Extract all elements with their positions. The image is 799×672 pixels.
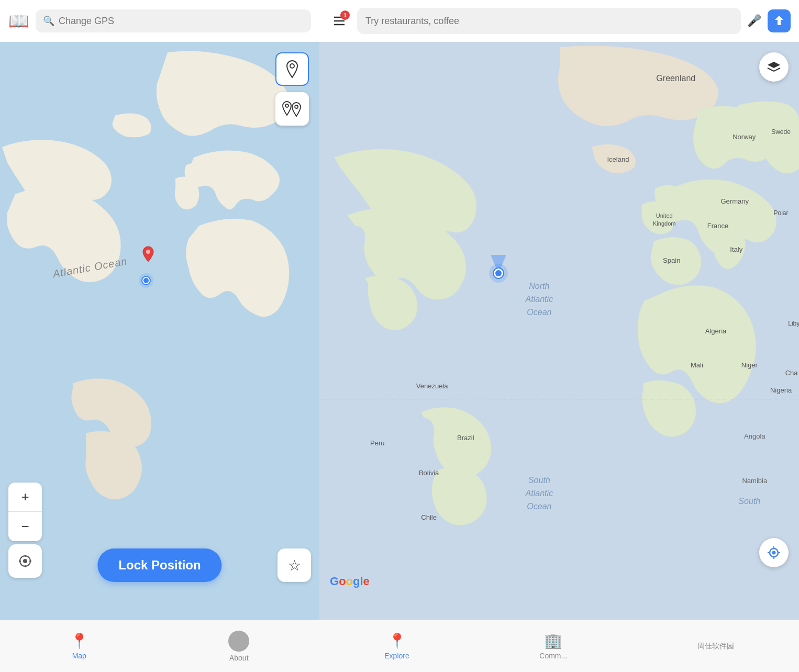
location-pin-button[interactable] (275, 52, 309, 86)
svg-text:Chile: Chile (421, 513, 437, 521)
search-input[interactable] (59, 16, 304, 27)
svg-text:South: South (738, 496, 760, 506)
left-header: 📖 🔍 (0, 0, 319, 42)
locate-icon (767, 545, 781, 560)
svg-text:North: North (529, 281, 549, 290)
lock-position-button[interactable]: Lock Position (97, 548, 221, 582)
notification-badge: 1 (340, 10, 350, 20)
explore-nav-icon: 📍 (388, 632, 406, 649)
nav-community-label: Comm... (539, 652, 567, 660)
google-map-svg: Greenland Iceland Norway Swede United Ki… (319, 42, 799, 620)
right-map: Greenland Iceland Norway Swede United Ki… (319, 42, 799, 620)
right-bottom-nav: 📍 Explore 🏢 Comm... 周佳软件园 (319, 620, 799, 672)
star-icon: ☆ (288, 557, 301, 574)
svg-point-52 (495, 270, 502, 276)
search-icon: 🔍 (43, 15, 54, 27)
svg-text:Angola: Angola (744, 432, 765, 440)
directions-button[interactable] (768, 9, 791, 32)
zoom-in-button[interactable]: + (8, 483, 42, 512)
svg-point-7 (143, 278, 149, 283)
current-location-button[interactable] (8, 544, 42, 578)
svg-text:Mali: Mali (691, 361, 703, 369)
svg-text:Germany: Germany (720, 197, 749, 205)
svg-text:Venezuela: Venezuela (416, 382, 449, 390)
svg-text:Bolivia: Bolivia (419, 469, 439, 477)
svg-text:Brazil: Brazil (457, 434, 474, 442)
right-search-input[interactable] (365, 16, 733, 27)
map-nav-icon: 📍 (70, 632, 88, 649)
right-header: 1 🎤 (319, 0, 799, 42)
nav-about-label: About (229, 654, 249, 662)
svg-point-2 (285, 104, 288, 107)
notification-button[interactable]: 1 (328, 9, 351, 32)
nav-map-label: Map (72, 652, 86, 660)
right-panel: 1 🎤 (319, 0, 799, 672)
svg-text:Ocean: Ocean (527, 501, 551, 511)
svg-text:United: United (656, 212, 673, 219)
layer-button[interactable] (759, 52, 789, 82)
location-pin-pair-button[interactable] (275, 92, 309, 126)
current-location-marker (138, 272, 154, 291)
svg-text:Greenland: Greenland (656, 73, 695, 83)
svg-point-54 (772, 551, 776, 555)
svg-text:Cha: Cha (785, 369, 798, 377)
community-nav-icon: 🏢 (544, 632, 562, 649)
svg-point-3 (295, 105, 298, 108)
svg-text:Iceland: Iceland (607, 155, 629, 163)
right-current-location-marker (478, 252, 519, 296)
locate-me-button[interactable] (759, 538, 789, 567)
red-pin-marker (142, 246, 154, 264)
location-pin-icon (284, 60, 301, 79)
svg-text:Atlantic: Atlantic (525, 488, 553, 498)
svg-text:Spain: Spain (663, 256, 680, 264)
svg-text:Algeria: Algeria (705, 327, 727, 335)
location-pin-pair-icon (281, 100, 304, 117)
svg-text:France: France (707, 222, 729, 230)
nav-community[interactable]: 🏢 Comm... (539, 632, 567, 660)
svg-point-1 (290, 64, 294, 68)
svg-text:Italy: Italy (730, 245, 742, 253)
svg-point-9 (23, 559, 27, 563)
svg-text:South: South (528, 475, 550, 485)
nav-explore[interactable]: 📍 Explore (384, 632, 409, 660)
left-map: Atlantic Ocean (0, 42, 319, 620)
layers-icon (767, 60, 781, 74)
google-logo: Google (330, 575, 370, 588)
svg-text:Polar: Polar (773, 209, 788, 217)
svg-rect-0 (0, 42, 319, 620)
nav-about[interactable]: About (228, 631, 249, 662)
svg-text:Niger: Niger (741, 361, 758, 369)
left-panel: 📖 🔍 (0, 0, 319, 672)
svg-text:Kingdom: Kingdom (653, 220, 676, 227)
target-icon (18, 554, 32, 568)
left-map-svg (0, 42, 319, 620)
svg-text:Peru: Peru (370, 439, 385, 447)
zhoujia-logo: 周佳软件园 (697, 642, 734, 651)
google-logo-text: G (330, 575, 339, 588)
svg-text:Ocean: Ocean (527, 307, 551, 317)
svg-point-4 (146, 250, 150, 254)
svg-text:Libya: Libya (788, 320, 799, 327)
svg-text:Nigeria: Nigeria (770, 386, 792, 394)
microphone-icon[interactable]: 🎤 (747, 14, 761, 28)
left-bottom-nav: 📍 Map About (0, 620, 319, 672)
favorite-button[interactable]: ☆ (278, 548, 311, 582)
zoom-out-button[interactable]: − (8, 512, 42, 541)
svg-text:Atlantic: Atlantic (525, 294, 553, 304)
nav-explore-label: Explore (384, 652, 409, 660)
nav-map[interactable]: 📍 Map (70, 632, 88, 660)
directions-arrow-icon (773, 15, 785, 27)
zoom-controls: + − (8, 483, 42, 541)
svg-text:Namibia: Namibia (742, 477, 768, 485)
left-search-bar[interactable]: 🔍 (36, 9, 311, 32)
svg-text:Swede: Swede (771, 128, 791, 136)
svg-text:Norway: Norway (733, 133, 756, 141)
book-icon: 📖 (8, 11, 29, 31)
about-avatar (228, 631, 249, 652)
right-search-bar[interactable] (357, 8, 741, 34)
